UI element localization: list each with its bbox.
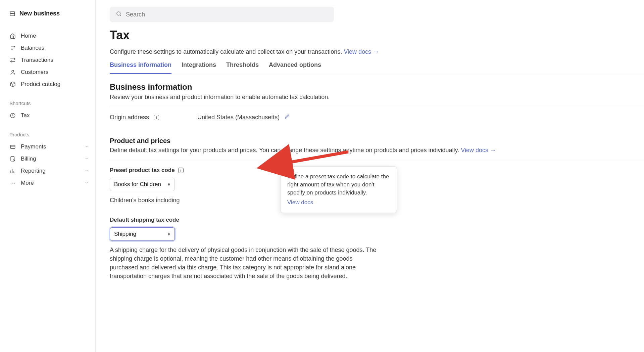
- sidebar-item-more[interactable]: More: [9, 177, 95, 189]
- chevron-down-icon: [85, 168, 89, 174]
- tab-business-information[interactable]: Business information: [110, 61, 171, 74]
- chevron-down-icon: [85, 143, 89, 150]
- nav-label: Reporting: [21, 168, 46, 174]
- shipping-tax-code-select[interactable]: Shipping ▲▼: [110, 227, 175, 241]
- page-description: Configure these settings to automaticall…: [110, 48, 644, 55]
- customers-icon: [9, 69, 16, 76]
- nav-label: Billing: [21, 156, 36, 162]
- shipping-help-text: A shipping charge for the delivery of ph…: [110, 246, 378, 280]
- select-value: Books for Children: [114, 181, 161, 188]
- sidebar-item-billing[interactable]: Billing: [9, 153, 95, 165]
- nav-label: Home: [21, 33, 36, 39]
- updown-icon: ▲▼: [167, 183, 170, 186]
- billing-icon: [9, 156, 16, 162]
- page-title: Tax: [110, 28, 644, 42]
- nav-label: Customers: [21, 69, 48, 76]
- chevron-down-icon: [85, 180, 89, 186]
- tab-integrations[interactable]: Integrations: [182, 61, 216, 74]
- svg-point-4: [12, 70, 14, 72]
- sidebar-item-customers[interactable]: Customers: [9, 66, 95, 78]
- svg-point-12: [117, 12, 120, 15]
- shipping-tax-code-label: Default shipping tax code: [110, 217, 644, 223]
- home-icon: [9, 33, 16, 39]
- main: Tax Configure these settings to automati…: [96, 0, 644, 352]
- transactions-icon: [9, 57, 16, 63]
- origin-address-row: Origin address i United States (Massachu…: [110, 114, 644, 121]
- preset-tax-tooltip: Define a preset tax code to calculate th…: [280, 166, 397, 213]
- sidebar-item-tax[interactable]: Tax: [9, 109, 95, 122]
- sidebar-item-balances[interactable]: Balances: [9, 42, 95, 54]
- chevron-down-icon: [85, 156, 89, 162]
- tab-thresholds[interactable]: Thresholds: [226, 61, 259, 74]
- brand-label: New business: [19, 10, 60, 17]
- product-icon: [9, 81, 16, 88]
- tab-advanced-options[interactable]: Advanced options: [269, 61, 321, 74]
- nav-main: Home Balances Transactions Customers Pro…: [9, 30, 95, 90]
- products-label: Products: [9, 132, 95, 137]
- nav-label: Balances: [21, 45, 44, 51]
- chart-icon: [9, 168, 16, 174]
- brand[interactable]: New business: [9, 10, 95, 17]
- search-icon: [116, 11, 122, 18]
- dots-icon: [9, 180, 16, 186]
- wallet-icon: [9, 143, 16, 150]
- nav-label: Transactions: [21, 57, 53, 63]
- product-prices-title: Product and prices: [110, 137, 644, 145]
- divider: [110, 160, 644, 160]
- arrow-right-icon: →: [490, 147, 496, 153]
- info-icon[interactable]: i: [154, 115, 159, 120]
- select-value: Shipping: [114, 231, 136, 237]
- origin-address-label: Origin address: [110, 114, 149, 121]
- svg-point-3: [14, 46, 15, 47]
- arrow-right-icon: →: [373, 48, 379, 55]
- sidebar-item-reporting[interactable]: Reporting: [9, 165, 95, 177]
- svg-point-8: [13, 160, 15, 161]
- sidebar-item-product-catalog[interactable]: Product catalog: [9, 78, 95, 90]
- view-docs-link[interactable]: View docs →: [461, 147, 496, 153]
- origin-address-value: United States (Massachusetts): [197, 114, 280, 121]
- nav-label: Product catalog: [21, 81, 60, 88]
- nav-label: Payments: [21, 143, 46, 150]
- svg-rect-7: [11, 157, 14, 161]
- nav-products: Payments Billing Reporting More: [9, 141, 95, 189]
- clock-icon: [9, 112, 16, 119]
- divider: [110, 107, 644, 107]
- balances-icon: [9, 45, 16, 51]
- tooltip-text: Define a preset tax code to calculate th…: [287, 173, 389, 196]
- edit-icon[interactable]: [284, 114, 290, 121]
- updown-icon: ▲▼: [167, 232, 170, 236]
- tooltip-view-docs-link[interactable]: View docs: [287, 199, 390, 207]
- svg-point-9: [11, 183, 11, 183]
- storefront-icon: [9, 11, 15, 17]
- tabs: Business information Integrations Thresh…: [110, 61, 644, 74]
- preset-tax-code-select[interactable]: Books for Children ▲▼: [110, 178, 175, 191]
- sidebar-item-home[interactable]: Home: [9, 30, 95, 42]
- business-info-title: Business information: [110, 82, 644, 92]
- search-input[interactable]: [126, 11, 328, 18]
- nav-label: Tax: [21, 112, 30, 119]
- nav-shortcuts: Tax: [9, 109, 95, 122]
- svg-rect-6: [10, 145, 15, 149]
- nav-label: More: [21, 180, 34, 186]
- view-docs-link[interactable]: View docs →: [344, 48, 379, 55]
- info-icon[interactable]: i: [178, 168, 184, 173]
- svg-point-10: [12, 183, 13, 183]
- shipping-tax-code-block: Default shipping tax code Shipping ▲▼ A …: [110, 217, 644, 280]
- business-info-desc: Review your business and product informa…: [110, 94, 644, 101]
- sidebar-item-payments[interactable]: Payments: [9, 141, 95, 153]
- svg-point-11: [14, 183, 15, 183]
- sidebar-item-transactions[interactable]: Transactions: [9, 54, 95, 66]
- shortcuts-label: Shortcuts: [9, 100, 95, 106]
- search-bar[interactable]: [110, 7, 334, 22]
- product-prices-desc: Define default tax settings for your pro…: [110, 147, 644, 154]
- sidebar: New business Home Balances Transactions …: [0, 0, 96, 352]
